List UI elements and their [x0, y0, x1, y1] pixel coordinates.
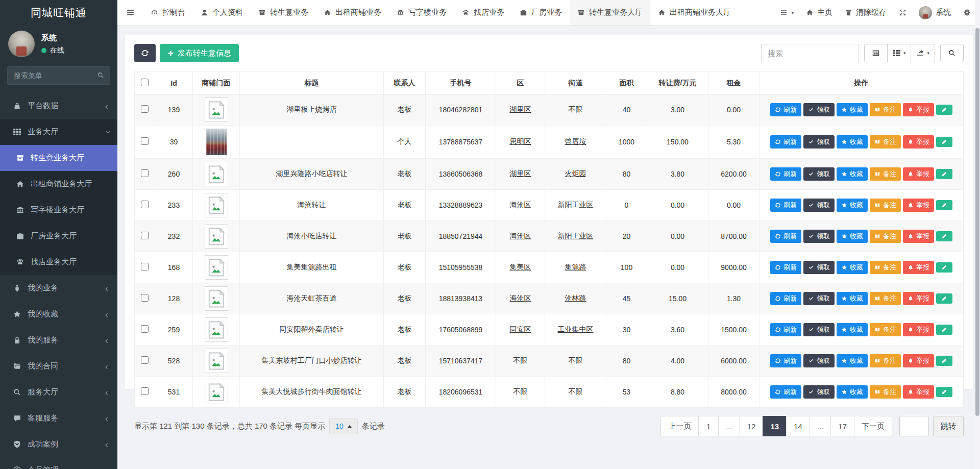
report-button[interactable]: 举报	[903, 103, 934, 116]
row-select-checkbox[interactable]	[141, 169, 149, 177]
edit-button[interactable]	[936, 105, 952, 115]
sidebar-toggle-button[interactable]	[117, 0, 143, 25]
favorite-button[interactable]: 收藏	[837, 103, 868, 116]
sidebar-item-9[interactable]: 会员管理‹	[0, 457, 117, 469]
row-street-link[interactable]: 新阳工业区	[558, 201, 594, 209]
topnav-item-3[interactable]: 出租商铺业务	[316, 0, 389, 25]
nav-home-link[interactable]: 主页	[806, 8, 832, 17]
favorite-button[interactable]: 收藏	[837, 230, 868, 243]
row-district-link[interactable]: 海沧区	[510, 294, 531, 302]
sidebar-item-7[interactable]: 客服服务‹	[0, 405, 117, 431]
refresh-row-button[interactable]: 刷新	[770, 323, 801, 336]
note-button[interactable]: 备注	[870, 135, 901, 149]
page-button-13[interactable]: 13	[763, 416, 787, 436]
claim-button[interactable]: 领取	[803, 261, 835, 274]
note-button[interactable]: 备注	[870, 199, 901, 212]
edit-button[interactable]	[936, 169, 952, 179]
claim-button[interactable]: 领取	[803, 354, 835, 367]
note-button[interactable]: 备注	[870, 103, 901, 116]
claim-button[interactable]: 领取	[803, 199, 835, 212]
report-button[interactable]: 举报	[903, 167, 934, 181]
sidebar-subitem-3[interactable]: 厂房业务大厅	[0, 223, 117, 249]
sidebar-item-0[interactable]: 平台数据‹	[0, 93, 117, 119]
claim-button[interactable]: 领取	[803, 323, 835, 336]
favorite-button[interactable]: 收藏	[837, 292, 868, 305]
topnav-item-7[interactable]: 转生意业务大厅	[570, 0, 650, 25]
note-button[interactable]: 备注	[870, 385, 901, 399]
search-button[interactable]	[940, 44, 964, 62]
row-district-link[interactable]: 海沧区	[510, 232, 531, 240]
row-select-checkbox[interactable]	[141, 356, 149, 364]
sidebar-item-1[interactable]: 业务大厅‹	[0, 119, 117, 145]
sidebar-item-3[interactable]: 我的收藏‹	[0, 301, 117, 327]
page-button-14[interactable]: 14	[786, 416, 810, 436]
refresh-row-button[interactable]: 刷新	[770, 385, 801, 399]
row-street-link[interactable]: 曾厝垵	[565, 137, 586, 145]
row-district-link[interactable]: 集美区	[510, 263, 531, 271]
sidebar-item-8[interactable]: 成功案例‹	[0, 431, 117, 457]
row-select-checkbox[interactable]	[141, 294, 149, 302]
note-button[interactable]: 备注	[870, 167, 901, 181]
refresh-list-button[interactable]	[134, 44, 156, 62]
page-button-1[interactable]: 1	[698, 416, 719, 436]
row-district-link[interactable]: 湖里区	[510, 105, 531, 113]
edit-button[interactable]	[936, 262, 952, 273]
sidebar-item-2[interactable]: 我的业务‹	[0, 275, 117, 301]
refresh-row-button[interactable]: 刷新	[770, 261, 801, 274]
refresh-row-button[interactable]: 刷新	[770, 103, 801, 116]
row-select-checkbox[interactable]	[141, 325, 149, 333]
row-select-checkbox[interactable]	[141, 232, 149, 239]
favorite-button[interactable]: 收藏	[837, 199, 868, 212]
row-district-link[interactable]: 思明区	[510, 137, 531, 145]
detail-view-button[interactable]	[864, 44, 888, 62]
report-button[interactable]: 举报	[903, 385, 934, 399]
topnav-item-2[interactable]: 转生意业务	[251, 0, 316, 25]
topnav-item-8[interactable]: 出租商铺业务大厅	[650, 0, 739, 25]
edit-button[interactable]	[936, 325, 952, 335]
topnav-item-5[interactable]: 找店业务	[454, 0, 512, 25]
claim-button[interactable]: 领取	[803, 230, 835, 243]
claim-button[interactable]: 领取	[803, 385, 835, 399]
sidebar-item-5[interactable]: 我的合同‹	[0, 353, 117, 379]
sidebar-subitem-0[interactable]: 转生意业务大厅	[0, 145, 117, 171]
claim-button[interactable]: 领取	[803, 292, 835, 305]
favorite-button[interactable]: 收藏	[837, 135, 868, 149]
report-button[interactable]: 举报	[903, 354, 934, 367]
row-select-checkbox[interactable]	[141, 105, 149, 113]
edit-button[interactable]	[936, 293, 952, 304]
nav-list-dropdown[interactable]: ▾	[780, 9, 794, 16]
row-select-checkbox[interactable]	[141, 137, 149, 145]
sidebar-item-6[interactable]: 服务大厅‹	[0, 379, 117, 405]
sidebar-search-input[interactable]	[7, 66, 110, 85]
nav-user-menu[interactable]: 系统	[919, 6, 951, 19]
report-button[interactable]: 举报	[903, 292, 934, 305]
claim-button[interactable]: 领取	[803, 135, 835, 149]
note-button[interactable]: 备注	[870, 292, 901, 305]
claim-button[interactable]: 领取	[803, 103, 835, 116]
jump-page-input[interactable]	[899, 416, 929, 436]
page-button-17[interactable]: 17	[830, 416, 854, 436]
row-street-link[interactable]: 火炬园	[565, 169, 586, 178]
report-button[interactable]: 举报	[903, 135, 934, 149]
note-button[interactable]: 备注	[870, 230, 901, 243]
refresh-row-button[interactable]: 刷新	[770, 167, 801, 181]
report-button[interactable]: 举报	[903, 230, 934, 243]
sidebar-item-4[interactable]: 我的服务‹	[0, 327, 117, 353]
favorite-button[interactable]: 收藏	[837, 385, 868, 399]
edit-button[interactable]	[936, 200, 952, 210]
report-button[interactable]: 举报	[903, 199, 934, 212]
sidebar-subitem-2[interactable]: 写字楼业务大厅	[0, 197, 117, 223]
refresh-row-button[interactable]: 刷新	[770, 354, 801, 367]
favorite-button[interactable]: 收藏	[837, 354, 868, 367]
row-select-checkbox[interactable]	[141, 201, 149, 208]
topnav-item-1[interactable]: 个人资料	[193, 0, 251, 25]
nav-clear-cache-link[interactable]: 清除缓存	[845, 8, 887, 17]
sidebar-subitem-1[interactable]: 出租商铺业务大厅	[0, 171, 117, 197]
page-scrollbar[interactable]	[975, 0, 980, 469]
publish-button[interactable]: 发布转生意信息	[160, 44, 239, 62]
jump-button[interactable]: 跳转	[933, 416, 964, 436]
table-search-input[interactable]	[761, 44, 859, 62]
settings-button[interactable]	[963, 9, 971, 16]
edit-button[interactable]	[936, 356, 952, 366]
row-select-checkbox[interactable]	[141, 263, 149, 270]
